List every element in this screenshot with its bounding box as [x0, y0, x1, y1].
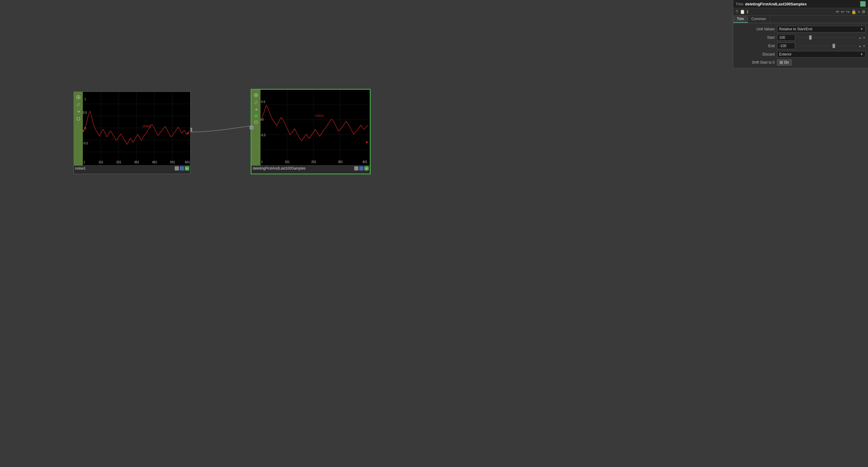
node1-footer-icon-green[interactable]: +	[185, 166, 189, 170]
clipboard-icon[interactable]: 📋	[740, 9, 745, 14]
svg-text:0: 0	[262, 118, 264, 121]
redo-icon[interactable]: ↪	[846, 9, 850, 14]
panel-title-name: deletingFirstAndLast100Samples	[745, 2, 807, 6]
svg-point-25	[187, 132, 189, 134]
start-label: Start	[736, 35, 775, 40]
node1-icon-eye[interactable]	[75, 94, 81, 100]
prop-discard-row: Discard Exterior ▼	[733, 50, 868, 59]
svg-text:201: 201	[311, 160, 316, 163]
panel-toolbar: ? 📋 ℹ ✏ ↩ ↪ 🔒 + ⚙	[733, 8, 868, 15]
end-slider[interactable]	[798, 45, 856, 46]
node-trimmed: 0.5 0 -0.5 1 101 201 301 401	[251, 89, 371, 175]
svg-text:chan1: chan1	[143, 124, 152, 128]
node2-footer: deletingFirstAndLast100Samples +	[251, 165, 370, 171]
shift-value: On	[777, 59, 866, 65]
discard-label: Discard	[736, 52, 775, 56]
help-icon[interactable]: ?	[736, 9, 738, 14]
add-icon[interactable]: +	[858, 9, 860, 14]
svg-text:301: 301	[134, 161, 139, 164]
svg-text:0.5: 0.5	[83, 111, 87, 114]
svg-text:101: 101	[285, 160, 290, 163]
svg-text:601: 601	[185, 161, 190, 164]
unit-values-value: Relative to Start/End ▼	[777, 26, 866, 32]
node2-waveform-svg: 0.5 0 -0.5 1 101 201 301 401	[260, 90, 370, 165]
svg-point-28	[255, 95, 257, 96]
node1-waveform-svg: 1 0.5 0 -0.5 1 101 201 301 401 501 601	[83, 92, 190, 165]
svg-text:1: 1	[84, 161, 85, 164]
node1-footer: noise1 +	[74, 165, 190, 171]
prop-start-row: Start 100 ▲ ▼	[733, 33, 868, 42]
node1-icon-arrow[interactable]	[75, 108, 81, 115]
end-arrow-up[interactable]: ▲	[858, 44, 861, 48]
tab-trim[interactable]: Trim	[733, 15, 748, 23]
svg-text:1: 1	[261, 160, 263, 163]
svg-text:0.5: 0.5	[261, 100, 265, 103]
edit-icon[interactable]: ✏	[836, 9, 839, 14]
lock-icon[interactable]: 🔒	[851, 9, 856, 14]
panel-close-icon[interactable]	[860, 1, 866, 7]
end-dropdown[interactable]: ▼	[863, 44, 866, 48]
shift-toggle[interactable]: On	[777, 59, 792, 65]
svg-text:101: 101	[98, 161, 103, 164]
svg-text:301: 301	[338, 160, 343, 163]
panel-tabs: Trim Common	[733, 15, 868, 23]
start-value: 100 ▲ ▼	[777, 34, 866, 41]
svg-text:501: 501	[170, 161, 175, 164]
settings-icon[interactable]: ⚙	[862, 9, 866, 14]
end-label: End	[736, 44, 775, 48]
undo-icon[interactable]: ↩	[841, 9, 845, 14]
toolbar-right-icons: ✏ ↩ ↪ 🔒 + ⚙	[836, 9, 866, 14]
node2-icon-circle[interactable]	[253, 119, 259, 125]
panel-title-bar: Trim deletingFirstAndLast100Samples	[733, 0, 868, 8]
svg-text:-0.5: -0.5	[83, 142, 88, 145]
end-number[interactable]: -100	[777, 42, 795, 49]
node2-footer-icon-gray[interactable]	[354, 166, 359, 170]
node1-name: noise1	[75, 166, 175, 170]
panel-body: Unit Values Relative to Start/End ▼ Star…	[733, 23, 868, 68]
shift-label: Shift Start to 0	[736, 60, 775, 65]
connection-wire	[0, 0, 868, 467]
node2-footer-icon-blue[interactable]	[359, 166, 364, 170]
node2-icon-pen[interactable]	[253, 99, 259, 105]
unit-values-dropdown[interactable]: Relative to Start/End ▼	[777, 26, 866, 32]
svg-point-46	[366, 142, 368, 143]
node2-sidebar	[251, 90, 260, 165]
svg-text:401: 401	[152, 161, 157, 164]
svg-text:401: 401	[362, 160, 367, 163]
prop-end-row: End -100 ▲ ▼	[733, 42, 868, 50]
svg-text:-0.5: -0.5	[260, 133, 266, 137]
node2-name: deletingFirstAndLast100Samples	[253, 166, 354, 170]
start-arrow-up[interactable]: ▲	[858, 36, 861, 39]
info-icon[interactable]: ℹ	[747, 9, 748, 14]
svg-text:1: 1	[84, 97, 86, 101]
tab-common[interactable]: Common	[748, 15, 770, 23]
prop-unit-values-row: Unit Values Relative to Start/End ▼	[733, 25, 868, 33]
svg-point-1	[78, 97, 79, 98]
svg-text:chan1: chan1	[315, 114, 324, 117]
node-noise1: 1 0.5 0 -0.5 1 101 201 301 401 501 601	[73, 92, 191, 174]
start-dropdown[interactable]: ▼	[863, 36, 866, 39]
node2-footer-icon-green[interactable]: +	[364, 166, 369, 170]
node1-footer-icon-blue[interactable]	[180, 166, 184, 170]
node2-footer-icons: +	[354, 166, 369, 170]
node1-sidebar	[74, 92, 83, 165]
properties-panel: Trim deletingFirstAndLast100Samples ? 📋 …	[733, 0, 868, 68]
node2-input-port[interactable]	[250, 126, 253, 129]
svg-point-2	[77, 117, 80, 120]
node2-icon-arrow[interactable]	[253, 106, 259, 113]
discard-value: Exterior ▼	[777, 51, 866, 58]
node1-icon-circle[interactable]	[75, 116, 81, 122]
node2-status-indicator	[254, 114, 257, 117]
node2-icon-eye[interactable]	[253, 92, 259, 98]
discard-dropdown[interactable]: Exterior ▼	[777, 51, 866, 58]
node1-footer-icon-gray[interactable]	[175, 166, 179, 170]
node1-icon-pen[interactable]	[75, 101, 81, 107]
end-value: -100 ▲ ▼	[777, 42, 866, 49]
svg-point-24	[83, 130, 84, 132]
prop-shift-row: Shift Start to 0 On	[733, 59, 868, 66]
panel-title-prefix: Trim	[736, 2, 743, 6]
unit-values-label: Unit Values	[736, 27, 775, 31]
start-slider[interactable]	[798, 37, 856, 38]
node1-plot: 1 0.5 0 -0.5 1 101 201 301 401 501 601	[83, 92, 190, 165]
start-number[interactable]: 100	[777, 34, 795, 41]
